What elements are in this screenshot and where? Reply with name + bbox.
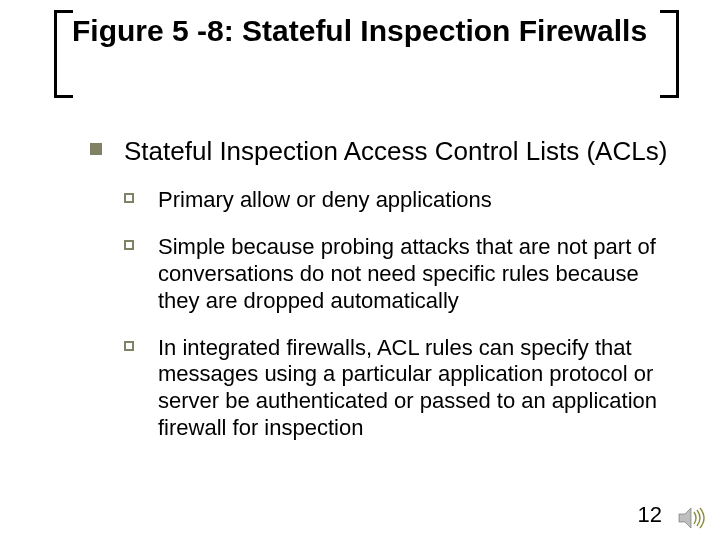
bullet-level2: Primary allow or deny applications bbox=[124, 187, 670, 214]
bullet-level2: In integrated firewalls, ACL rules can s… bbox=[124, 335, 670, 442]
title-bracket-left-icon bbox=[54, 10, 73, 98]
slide-title: Figure 5 -8: Stateful Inspection Firewal… bbox=[72, 14, 662, 49]
bullet-level2-text: Primary allow or deny applications bbox=[158, 187, 670, 214]
page-number: 12 bbox=[638, 502, 662, 528]
hollow-square-bullet-icon bbox=[124, 341, 134, 351]
bullet-level2-text: In integrated firewalls, ACL rules can s… bbox=[158, 335, 670, 442]
hollow-square-bullet-icon bbox=[124, 240, 134, 250]
bullet-level1-text: Stateful Inspection Access Control Lists… bbox=[124, 136, 670, 167]
title-bracket-right-icon bbox=[660, 10, 679, 98]
title-container: Figure 5 -8: Stateful Inspection Firewal… bbox=[72, 14, 662, 49]
hollow-square-bullet-icon bbox=[124, 193, 134, 203]
bullet-level2: Simple because probing attacks that are … bbox=[124, 234, 670, 314]
svg-marker-0 bbox=[679, 508, 691, 528]
bullet-level1: Stateful Inspection Access Control Lists… bbox=[90, 136, 670, 167]
square-bullet-icon bbox=[90, 143, 102, 155]
bullet-level2-text: Simple because probing attacks that are … bbox=[158, 234, 670, 314]
speaker-icon[interactable] bbox=[678, 506, 706, 530]
slide: Figure 5 -8: Stateful Inspection Firewal… bbox=[0, 0, 720, 540]
body-content: Stateful Inspection Access Control Lists… bbox=[90, 136, 670, 448]
